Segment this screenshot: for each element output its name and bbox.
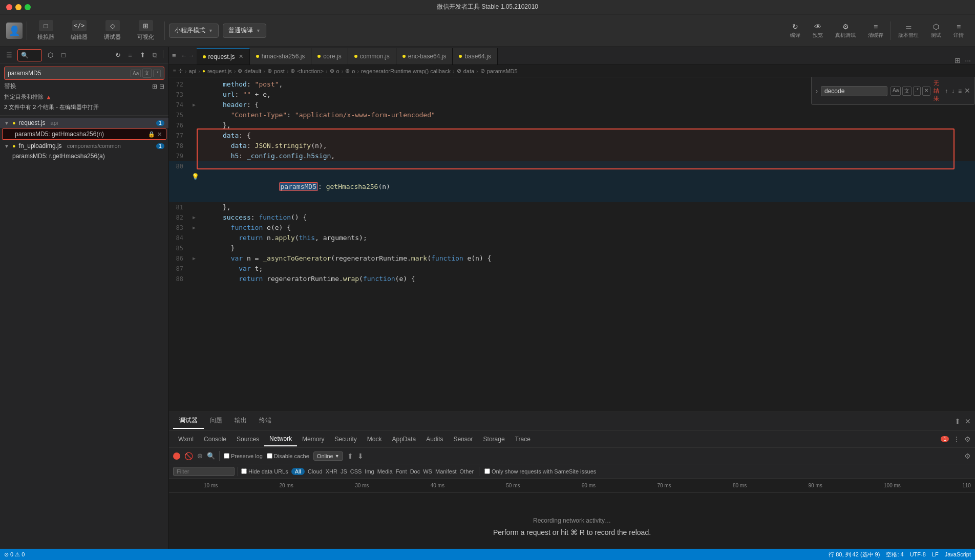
filter-xhr-btn[interactable]: XHR (326, 468, 337, 475)
devtools-tab-debugger[interactable]: 调试器 (173, 413, 204, 429)
export-icon[interactable]: ⬆ (137, 50, 147, 60)
filter-img-btn[interactable]: Img (365, 468, 374, 475)
filter-doc-btn[interactable]: Doc (410, 468, 420, 475)
samesite-checkbox[interactable]: Only show requests with SameSite issues (484, 468, 596, 475)
tab-close-request[interactable]: ✕ (239, 53, 243, 60)
bc-wrap-callback[interactable]: regeneratorRuntime.wrap() callback (361, 68, 451, 74)
filter-cloud-btn[interactable]: Cloud (308, 468, 323, 475)
filter-ws-btn[interactable]: WS (423, 468, 432, 475)
find-word-btn[interactable]: 文 (902, 87, 912, 96)
whole-word-button[interactable]: 文 (142, 69, 152, 78)
hamburger-icon[interactable]: ☰ (4, 50, 14, 60)
tab-core[interactable]: core.js (311, 48, 348, 64)
copy-icon[interactable]: ⧉ (150, 50, 160, 60)
case-sensitive-button[interactable]: Aa (131, 70, 141, 77)
bulb-icon[interactable]: 💡 (192, 171, 199, 182)
files-icon[interactable]: □ (58, 50, 69, 60)
bc-function[interactable]: <function> (297, 68, 323, 74)
find-input[interactable] (821, 86, 887, 96)
code-editor[interactable]: 72 method: "post", 73 url: "" + e, 74 ▶ … (169, 77, 975, 412)
cursor-position[interactable]: 行 80, 列 42 (选中 9) (829, 551, 880, 558)
detail-button[interactable]: ≡ 详情 (948, 20, 969, 41)
filter-js-btn[interactable]: JS (341, 468, 347, 475)
tab-list-icon[interactable]: ≡ (169, 47, 179, 64)
tab-base64[interactable]: base64.js (453, 48, 497, 64)
bc-default[interactable]: default (244, 68, 261, 74)
dmtab-audits[interactable]: Audits (421, 433, 448, 446)
bc-post[interactable]: post (274, 68, 285, 74)
find-close-x[interactable]: ✕ (964, 87, 970, 96)
filter-manifest-btn[interactable]: Manifest (435, 468, 457, 475)
search-icon-box[interactable]: 🔍 (17, 49, 42, 61)
devtools-tab-issues[interactable]: 问题 (204, 413, 228, 429)
tab-overflow-icon[interactable]: ··· (965, 56, 971, 64)
preview-button[interactable]: 👁 预览 (808, 20, 828, 41)
devtools-close-icon[interactable]: ✕ (965, 417, 971, 425)
search-input[interactable] (8, 70, 129, 77)
disable-cache-checkbox[interactable]: Disable cache (267, 453, 309, 459)
indentation[interactable]: 空格: 4 (886, 551, 903, 558)
upload-icon[interactable]: ⬆ (347, 452, 353, 460)
find-regex-btn[interactable]: .* (913, 87, 921, 96)
filter-css-btn[interactable]: CSS (350, 468, 362, 475)
dmtab-trace[interactable]: Trace (510, 433, 536, 446)
regex-button[interactable]: .* (153, 70, 161, 77)
filter-input[interactable] (173, 467, 235, 476)
network-search-icon[interactable]: 🔍 (207, 452, 215, 460)
replace-all-icon[interactable]: ⊞ (152, 83, 157, 90)
dmtab-memory[interactable]: Memory (297, 433, 329, 446)
result-item-2[interactable]: paramsMD5: r.getHmacsha256(a) (0, 151, 168, 161)
dmtab-wxml[interactable]: Wxml (173, 433, 199, 446)
filter-font-btn[interactable]: Font (396, 468, 407, 475)
tab-common[interactable]: common.js (348, 48, 396, 64)
hide-data-urls-input[interactable] (241, 468, 247, 474)
download-icon[interactable]: ⬇ (357, 452, 364, 460)
fullscreen-button[interactable] (25, 4, 31, 10)
find-list-btn[interactable]: ≡ (957, 87, 963, 96)
bc-data[interactable]: data (463, 68, 474, 74)
filter-icon[interactable]: ⊛ (197, 452, 203, 460)
samesite-input[interactable] (484, 468, 490, 474)
find-expand-icon[interactable]: › (816, 88, 818, 95)
devtools-expand-icon[interactable]: ⬆ (955, 417, 961, 425)
minimize-button[interactable] (15, 4, 22, 10)
dmtab-sensor[interactable]: Sensor (449, 433, 478, 446)
dmtab-settings-icon[interactable]: ⚙ (964, 435, 971, 443)
replace-filter-icon[interactable]: ⊟ (159, 83, 164, 90)
realtest-button[interactable]: ⚙ 真机调试 (830, 20, 861, 41)
result-item-1[interactable]: paramsMD5: getHmacsha256(n) 🔒 ✕ (2, 128, 166, 140)
toolbar-section-simulator[interactable]: □ 模拟器 (31, 20, 60, 41)
dmtab-sources[interactable]: Sources (231, 433, 264, 446)
split-editor-icon[interactable]: ⊞ (955, 56, 961, 64)
clear-button[interactable]: 🚫 (184, 452, 193, 460)
version-button[interactable]: ⚌ 版本管理 (893, 20, 924, 41)
preserve-log-input[interactable] (224, 453, 229, 459)
bc-request[interactable]: request.js (207, 68, 232, 74)
mode-dropdown[interactable]: 小程序模式 ▼ (169, 24, 219, 38)
filter-media-btn[interactable]: Media (377, 468, 393, 475)
preserve-log-checkbox[interactable]: Preserve log (224, 453, 263, 459)
refresh-icon[interactable]: ↻ (113, 50, 123, 60)
bc-o2[interactable]: o (352, 68, 355, 74)
eol-label[interactable]: LF (932, 551, 939, 557)
list-icon[interactable]: ≡ (125, 50, 135, 60)
tab-back-icon[interactable]: ← (181, 52, 187, 59)
test-button[interactable]: ⬡ 测试 (926, 20, 946, 41)
dmtab-storage[interactable]: Storage (478, 433, 510, 446)
network-settings-icon[interactable]: ⚙ (964, 452, 971, 460)
devtools-tab-output[interactable]: 输出 (228, 413, 253, 429)
toolbar-section-editor[interactable]: </> 编辑器 (65, 20, 94, 41)
toolbar-section-debugger[interactable]: ◇ 调试器 (98, 20, 127, 41)
branch-icon[interactable]: ⬡ (45, 50, 55, 60)
find-case-btn[interactable]: Aa (891, 87, 901, 96)
file-group-header-upload[interactable]: ▼ ● fn_uploadimg.js components/common 1 (0, 141, 168, 151)
encoding-label[interactable]: UTF-8 (910, 551, 926, 557)
avatar[interactable]: 👤 (6, 23, 23, 39)
dmtab-more-icon[interactable]: ⋮ (953, 435, 960, 443)
online-dropdown[interactable]: Online ▼ (313, 451, 343, 461)
filter-all-btn[interactable]: All (291, 468, 305, 475)
file-group-header-request[interactable]: ▼ ● request.js api 1 (0, 118, 168, 128)
dmtab-mock[interactable]: Mock (362, 433, 387, 446)
dmtab-appdata[interactable]: AppData (387, 433, 421, 446)
language-label[interactable]: JavaScript (945, 551, 971, 557)
